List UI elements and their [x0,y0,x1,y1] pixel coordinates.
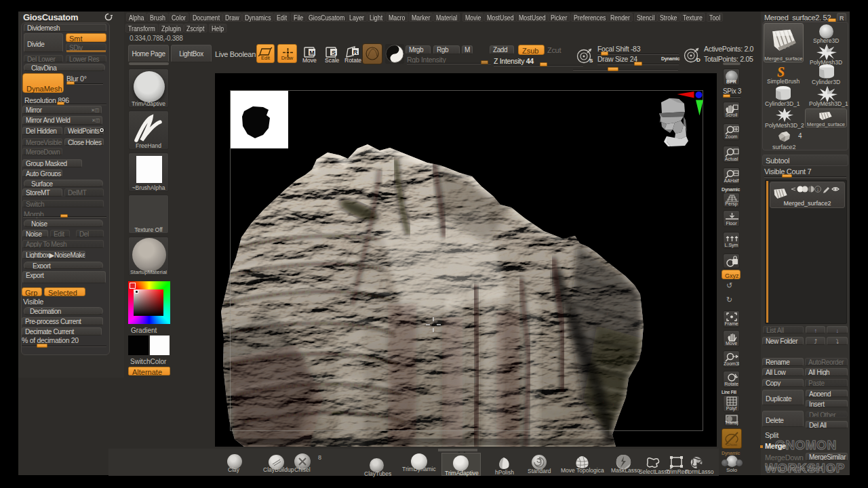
svg-text:D: D [696,57,701,63]
svg-text:R: R [353,49,358,56]
svg-text:S: S [332,49,336,56]
svg-text:Ghost: Ghost [726,443,737,447]
svg-text:M: M [309,49,315,56]
svg-text:1: 1 [816,188,819,192]
svg-text:S: S [589,58,593,64]
